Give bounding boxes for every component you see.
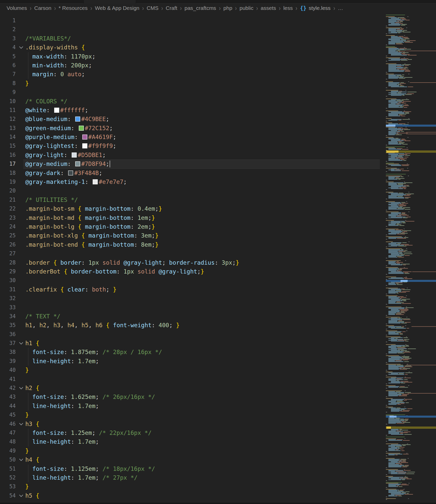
breadcrumb-item[interactable]: * Resources xyxy=(59,5,88,11)
line-number[interactable]: 10 xyxy=(0,97,16,106)
active-tab[interactable] xyxy=(84,0,136,4)
code-line[interactable]: 17@gray-medium: #7D8F94; xyxy=(0,160,380,168)
fold-chevron-icon[interactable] xyxy=(17,420,25,429)
line-number[interactable]: 13 xyxy=(0,124,16,133)
color-swatch[interactable] xyxy=(75,161,80,166)
code-line[interactable]: 27 xyxy=(0,249,380,258)
code-line[interactable]: 42h2 { xyxy=(0,384,380,393)
line-number[interactable]: 3 xyxy=(0,34,16,43)
code-line[interactable]: 23.margin-bot-md { margin-bottom: 1em;} xyxy=(0,214,380,222)
code-line[interactable]: 12@blue-medium: #4C9BEE; xyxy=(0,115,380,124)
line-number[interactable]: 41 xyxy=(0,375,16,384)
fold-chevron-icon[interactable] xyxy=(17,43,25,52)
code-line[interactable]: 6 min-width: 200px; xyxy=(0,61,380,70)
line-number[interactable]: 27 xyxy=(0,249,16,258)
color-swatch[interactable] xyxy=(82,143,87,148)
code-line[interactable]: 11@white: #ffffff; xyxy=(0,106,380,115)
breadcrumb-file[interactable]: {}style.less xyxy=(300,5,331,11)
color-swatch[interactable] xyxy=(72,152,77,158)
line-number[interactable]: 32 xyxy=(0,294,16,303)
line-number[interactable]: 2 xyxy=(0,25,16,34)
line-number[interactable]: 7 xyxy=(0,70,16,79)
code-line[interactable]: 19@gray-marketing-1: #e7e7e7; xyxy=(0,178,380,186)
line-number[interactable]: 19 xyxy=(0,178,16,186)
line-number[interactable]: 29 xyxy=(0,267,16,276)
line-number[interactable]: 53 xyxy=(0,482,16,491)
color-swatch[interactable] xyxy=(75,117,80,122)
line-number[interactable]: 12 xyxy=(0,115,16,124)
code-line[interactable]: 26.margin-bot-end { margin-bottom: 8em;} xyxy=(0,240,380,249)
breadcrumb-item[interactable]: Carson xyxy=(34,5,51,11)
code-line[interactable]: 13@green-medium: #72C152; xyxy=(0,124,380,133)
breadcrumb-item[interactable]: Craft xyxy=(166,5,177,11)
code-line[interactable]: 46h3 { xyxy=(0,420,380,429)
code-line[interactable]: 21/* UTILITIES */ xyxy=(0,196,380,204)
breadcrumb-item[interactable]: pas_craftcms xyxy=(185,5,216,11)
code-line[interactable]: 35h1, h2, h3, h4, h5, h6 { font-weight: … xyxy=(0,321,380,330)
code-line[interactable]: 29.borderBot { border-bottom: 1px solid … xyxy=(0,267,380,276)
code-line[interactable]: 33 xyxy=(0,303,380,312)
line-number[interactable]: 51 xyxy=(0,464,16,473)
line-number[interactable]: 40 xyxy=(0,366,16,375)
line-number[interactable]: 5 xyxy=(0,52,16,61)
code-line[interactable]: 34/* TEXT */ xyxy=(0,312,380,321)
code-line[interactable]: 14@purple-medium: #A4619F; xyxy=(0,133,380,142)
code-line[interactable]: 15@gray-lightest: #f9f9f9; xyxy=(0,142,380,150)
breadcrumb-item[interactable]: CMS xyxy=(147,5,158,11)
code-line[interactable]: 49} xyxy=(0,447,380,455)
code-line[interactable]: 25.margin-bot-xlg { margin-bottom: 3em;} xyxy=(0,231,380,240)
code-line[interactable]: 18@gray-dark: #3F484B; xyxy=(0,169,380,178)
line-number[interactable]: 34 xyxy=(0,312,16,321)
code-line[interactable]: 28.border { border: 1px solid @gray-ligh… xyxy=(0,258,380,267)
color-swatch[interactable] xyxy=(82,134,87,140)
line-number[interactable]: 42 xyxy=(0,384,16,393)
color-swatch[interactable] xyxy=(68,170,73,176)
breadcrumb-more[interactable]: … xyxy=(338,5,343,11)
breadcrumb-item[interactable]: php xyxy=(223,5,232,11)
code-line[interactable]: 50h4 { xyxy=(0,455,380,464)
line-number[interactable]: 25 xyxy=(0,231,16,240)
line-number[interactable]: 1 xyxy=(0,16,16,25)
line-number[interactable]: 45 xyxy=(0,411,16,419)
code-line[interactable]: 10/* COLORS */ xyxy=(0,97,380,106)
line-number[interactable]: 50 xyxy=(0,455,16,464)
line-number[interactable]: 54 xyxy=(0,491,16,500)
breadcrumb-item[interactable]: Volumes xyxy=(7,5,27,11)
line-number[interactable]: 17 xyxy=(0,160,16,168)
line-number[interactable]: 28 xyxy=(0,258,16,267)
color-swatch[interactable] xyxy=(54,108,59,113)
line-number[interactable]: 16 xyxy=(0,151,16,160)
code-line[interactable]: 24.margin-bot-lg { margin-bottom: 2em;} xyxy=(0,222,380,231)
code-line[interactable]: 43 font-size: 1.625em; /* 26px/16px */ xyxy=(0,393,380,401)
line-number[interactable]: 8 xyxy=(0,79,16,88)
line-number[interactable]: 33 xyxy=(0,303,16,312)
line-number[interactable]: 46 xyxy=(0,420,16,429)
line-number[interactable]: 31 xyxy=(0,285,16,294)
line-number[interactable]: 30 xyxy=(0,276,16,285)
line-number[interactable]: 11 xyxy=(0,106,16,115)
line-number[interactable]: 20 xyxy=(0,186,16,195)
code-line[interactable]: 38 font-size: 1.875em; /* 28px / 16px */ xyxy=(0,348,380,357)
code-line[interactable]: 8} xyxy=(0,79,380,88)
line-number[interactable]: 52 xyxy=(0,473,16,482)
code-line[interactable]: 51 font-size: 1.125em; /* 18px/16px */ xyxy=(0,464,380,473)
line-number[interactable]: 15 xyxy=(0,142,16,150)
code-line[interactable]: 54h5 { xyxy=(0,491,380,500)
line-number[interactable]: 24 xyxy=(0,222,16,231)
code-line[interactable]: 5 max-width: 1170px; xyxy=(0,52,380,61)
line-number[interactable]: 22 xyxy=(0,204,16,213)
code-line[interactable]: 31.clearfix { clear: both; } xyxy=(0,285,380,294)
breadcrumb-item[interactable]: Web & App Design xyxy=(95,5,140,11)
code-line[interactable]: 48 line-height: 1.7em; xyxy=(0,437,380,446)
code-line[interactable]: 1 xyxy=(0,16,380,25)
line-number[interactable]: 37 xyxy=(0,339,16,348)
breadcrumb-item[interactable]: public xyxy=(240,5,253,11)
line-number[interactable]: 9 xyxy=(0,88,16,97)
line-number[interactable]: 44 xyxy=(0,402,16,411)
code-editor[interactable]: 123/*VARIABLES*/4.display-widths {5 max-… xyxy=(0,12,380,500)
line-number[interactable]: 26 xyxy=(0,240,16,249)
line-number[interactable]: 35 xyxy=(0,321,16,330)
line-number[interactable]: 4 xyxy=(0,43,16,52)
code-line[interactable]: 47 font-size: 1.25em; /* 22px/16px */ xyxy=(0,429,380,437)
code-line[interactable]: 41 xyxy=(0,375,380,384)
